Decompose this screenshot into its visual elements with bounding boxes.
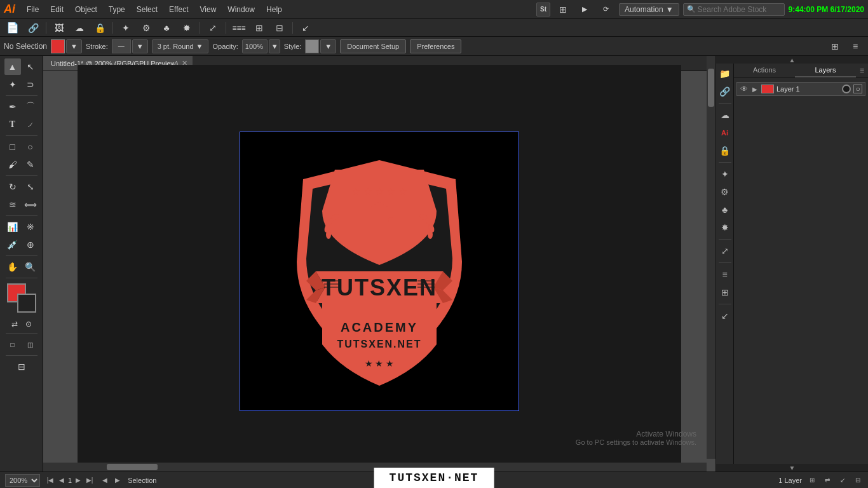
warp-tool[interactable]: ≋ xyxy=(4,196,21,213)
menu-view[interactable]: View xyxy=(195,4,222,15)
bottom-collapse-handle[interactable]: ▼ xyxy=(716,464,868,471)
pencil-tool[interactable]: ✎ xyxy=(22,156,39,173)
panel-icon-3[interactable]: 🖼 xyxy=(50,22,68,34)
link-icon[interactable]: 🔗 xyxy=(717,84,733,99)
panel-icon-8[interactable]: ♣ xyxy=(158,22,175,34)
paintbrush-tool[interactable]: 🖌 xyxy=(4,156,21,173)
style-dropdown[interactable]: ▼ xyxy=(320,39,336,53)
background-color[interactable] xyxy=(17,294,36,313)
lasso-tool[interactable]: ⊃ xyxy=(22,76,39,93)
scale-tool[interactable]: ⤡ xyxy=(22,179,39,195)
blend-tool[interactable]: ⊕ xyxy=(22,236,39,253)
nav-next-btn[interactable]: ▶ xyxy=(112,475,123,485)
panel-icon-9[interactable]: ✸ xyxy=(178,22,196,34)
rect-tool[interactable]: □ xyxy=(4,139,21,155)
page-prev-btn[interactable]: ◀ xyxy=(57,475,67,485)
page-last-btn[interactable]: ▶| xyxy=(85,475,95,485)
pen-tool[interactable]: ✒ xyxy=(4,98,21,115)
st-icon[interactable]: St xyxy=(536,3,550,17)
page-first-btn[interactable]: |◀ xyxy=(45,475,55,485)
fill-dropdown[interactable]: ▼ xyxy=(66,39,82,53)
type-tool[interactable]: T xyxy=(4,116,21,133)
draw-inside-mode[interactable]: ◫ xyxy=(22,336,39,353)
nav-prev-btn[interactable]: ◀ xyxy=(100,475,110,485)
layer-target-icon[interactable] xyxy=(842,85,851,93)
line-tool[interactable]: ⟋ xyxy=(22,116,39,133)
tab-layers[interactable]: Layers xyxy=(795,64,856,78)
eyedropper-tool[interactable]: 💉 xyxy=(4,236,21,253)
selection-tool[interactable]: ▲ xyxy=(4,58,21,75)
menu-select[interactable]: Select xyxy=(132,4,163,15)
curvature-tool[interactable]: ⌒ xyxy=(22,98,39,115)
artboard-tool[interactable]: ⊟ xyxy=(13,358,30,375)
vertical-scrollbar[interactable] xyxy=(707,56,715,459)
status-icon-2[interactable]: ⇄ xyxy=(822,475,832,485)
menu-type[interactable]: Type xyxy=(104,4,130,15)
top-collapse-handle[interactable]: ▲ xyxy=(716,56,868,64)
move-icon[interactable]: ✦ xyxy=(717,166,733,182)
zoom-select[interactable]: 200% xyxy=(5,474,40,487)
align-icon[interactable]: ≡ xyxy=(717,267,733,282)
doc-setup-button[interactable]: Document Setup xyxy=(340,39,406,53)
opacity-value[interactable]: 100% xyxy=(242,39,268,53)
arrow-right-icon[interactable]: ▶ xyxy=(576,3,593,16)
normal-mode[interactable]: □ xyxy=(4,336,21,353)
rotate-tool[interactable]: ↻ xyxy=(4,179,21,195)
menu-file[interactable]: File xyxy=(22,4,44,15)
arrange-icon[interactable]: ⊞ xyxy=(826,40,844,53)
stroke-swatch[interactable]: — xyxy=(112,39,131,53)
preferences-button[interactable]: Preferences xyxy=(410,39,461,53)
width-tool[interactable]: ⟺ xyxy=(22,196,39,213)
layer-visibility-icon[interactable]: 👁 xyxy=(740,85,749,93)
box-icon[interactable]: ⊞ xyxy=(717,285,733,300)
panel-icon-6[interactable]: ✦ xyxy=(117,22,135,34)
layers-icon[interactable]: 📁 xyxy=(717,66,733,81)
panel-icon-12[interactable]: ⊞ xyxy=(250,22,268,34)
panel-icon-4[interactable]: ☁ xyxy=(71,22,88,34)
options-more-icon[interactable]: ≡ xyxy=(846,40,864,53)
menu-help[interactable]: Help xyxy=(261,4,287,15)
panel-icon-10[interactable]: ⤢ xyxy=(204,22,222,34)
panel-icon-2[interactable]: 🔗 xyxy=(24,22,42,34)
panel-icon-7[interactable]: ⚙ xyxy=(137,22,155,34)
panel-menu-icon[interactable]: ≡ xyxy=(856,64,868,78)
status-icon-3[interactable]: ↙ xyxy=(837,475,848,485)
status-icon-4[interactable]: ⊟ xyxy=(853,475,863,485)
page-next-btn[interactable]: ▶ xyxy=(73,475,83,485)
layer-options-icon[interactable]: ○ xyxy=(853,85,862,93)
menu-window[interactable]: Window xyxy=(222,4,260,15)
direct-select-tool[interactable]: ↖ xyxy=(22,58,39,75)
panel-icon-5[interactable]: 🔒 xyxy=(91,22,109,34)
swap-colors-icon[interactable]: ⇄ xyxy=(8,318,21,330)
status-grid-icon[interactable]: ⊞ xyxy=(807,475,817,485)
reset-colors-icon[interactable]: ⊙ xyxy=(22,318,35,330)
opacity-dropdown[interactable]: ▼ xyxy=(269,39,280,53)
gear-icon[interactable]: ⚙ xyxy=(717,184,733,200)
panel-icon-14[interactable]: ↙ xyxy=(297,22,315,34)
hand-tool[interactable]: ✋ xyxy=(4,259,21,275)
send-icon[interactable]: ↙ xyxy=(717,308,733,323)
sync-icon[interactable]: ⟳ xyxy=(597,3,615,16)
menu-effect[interactable]: Effect xyxy=(164,4,193,15)
automation-button[interactable]: Automation ▼ xyxy=(619,3,679,16)
ellipse-tool[interactable]: ○ xyxy=(22,139,39,155)
export-icon[interactable]: ⤢ xyxy=(717,243,733,259)
grid-icon[interactable]: ⊞ xyxy=(554,3,572,16)
fill-color-swatch[interactable] xyxy=(51,39,65,53)
club-icon[interactable]: ♣ xyxy=(717,202,733,217)
menu-edit[interactable]: Edit xyxy=(45,4,69,15)
panel-icon-13[interactable]: ⊟ xyxy=(271,22,288,34)
lock-icon[interactable]: 🔒 xyxy=(717,143,733,158)
adobe-icon[interactable]: Ai xyxy=(717,125,733,140)
column-graph-tool[interactable]: 📊 xyxy=(4,219,21,235)
stroke-dropdown[interactable]: ▼ xyxy=(132,39,148,53)
panel-icon-1[interactable]: 📄 xyxy=(4,22,22,34)
layer-name[interactable]: Layer 1 xyxy=(776,85,839,93)
sparkle-icon[interactable]: ✸ xyxy=(717,220,733,235)
weight-display[interactable]: 3 pt. Round ▼ xyxy=(152,39,209,53)
search-input[interactable] xyxy=(683,3,785,16)
layer-expand-arrow[interactable]: ▶ xyxy=(751,85,759,93)
style-swatch[interactable] xyxy=(305,39,319,53)
artboard[interactable]: ★ ★ ★ ★ ★ xyxy=(240,132,519,411)
zoom-tool[interactable]: 🔍 xyxy=(22,259,39,275)
